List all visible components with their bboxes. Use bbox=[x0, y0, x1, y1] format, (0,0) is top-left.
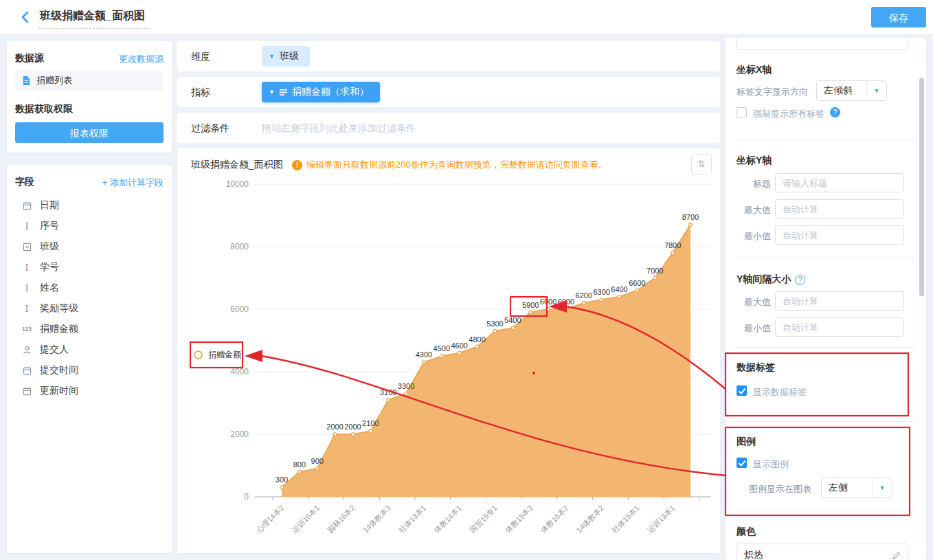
field-item[interactable]: 更新时间 bbox=[15, 381, 164, 401]
divider bbox=[737, 347, 917, 348]
field-label: 姓名 bbox=[40, 282, 59, 294]
y-title-input[interactable] bbox=[775, 173, 904, 192]
svg-text:0: 0 bbox=[244, 492, 249, 502]
field-label: 捐赠金额 bbox=[40, 323, 78, 335]
svg-text:社体15本1: 社体15本1 bbox=[610, 504, 641, 535]
color-scheme-select[interactable]: 炽热 bbox=[737, 544, 908, 560]
show-data-labels-label: 显示数据标签 bbox=[753, 386, 807, 399]
legend-position-label: 图例显示在图表 bbox=[749, 483, 811, 495]
svg-text:10000: 10000 bbox=[226, 179, 249, 189]
area-chart: 0200040006000800010000心理14本2运训16本1园林16本2… bbox=[177, 148, 720, 553]
svg-text:运训13本1: 运训13本1 bbox=[646, 504, 677, 535]
show-data-labels-checkbox[interactable] bbox=[737, 385, 747, 396]
number-icon: 123 bbox=[21, 326, 33, 333]
svg-text:800: 800 bbox=[293, 460, 306, 469]
dimension-label: 维度 bbox=[191, 41, 210, 71]
clipped-input[interactable] bbox=[737, 38, 908, 50]
document-icon bbox=[22, 76, 31, 86]
back-button[interactable] bbox=[18, 9, 34, 25]
calendar-icon bbox=[21, 201, 33, 210]
calendar-icon bbox=[21, 366, 33, 375]
svg-text:社体13本1: 社体13本1 bbox=[397, 504, 428, 535]
dimension-row: 维度 ▼ 班级 bbox=[177, 41, 720, 71]
datasource-title: 数据源 bbox=[15, 52, 44, 65]
report-permission-button[interactable]: 报表权限 bbox=[15, 122, 164, 143]
show-legend-label: 显示图例 bbox=[753, 458, 789, 471]
y-axis-section-title: 坐标Y轴 bbox=[737, 155, 772, 167]
y-min-label: 最小值 bbox=[737, 230, 771, 243]
show-legend-checkbox[interactable] bbox=[737, 458, 747, 468]
y-interval-section-title: Y轴间隔大小 ? bbox=[737, 273, 805, 286]
filter-row[interactable]: 过滤条件 拖动左侧字段到此处来添加过滤条件 bbox=[177, 113, 720, 143]
add-calc-field-link[interactable]: + 添加计算字段 bbox=[102, 177, 164, 189]
legend-position-select[interactable]: 左侧 ▼ bbox=[821, 478, 892, 498]
svg-text:6600: 6600 bbox=[629, 279, 645, 287]
field-item[interactable]: I奖励等级 bbox=[15, 298, 164, 319]
field-item[interactable]: 日期 bbox=[15, 195, 164, 216]
chart-card: 班级捐赠金额_面积图 ! 编辑界面只取数据源前200条作为查询数据预览，完整数据… bbox=[177, 148, 720, 553]
color-scheme-value: 炽热 bbox=[737, 549, 892, 560]
field-item[interactable]: 123捐赠金额 bbox=[15, 319, 164, 339]
svg-text:8000: 8000 bbox=[230, 242, 249, 251]
scrollbar-thumb[interactable] bbox=[919, 78, 924, 296]
datasource-panel: 数据源 更改数据源 捐赠列表 数据获取权限 报表权限 bbox=[7, 41, 172, 153]
force-all-labels-checkbox[interactable] bbox=[737, 107, 747, 117]
y-min-input[interactable] bbox=[775, 225, 904, 245]
permission-title: 数据获取权限 bbox=[15, 103, 73, 115]
svg-text:2000: 2000 bbox=[230, 429, 249, 439]
field-label: 日期 bbox=[40, 199, 59, 212]
svg-text:体教15本3: 体教15本3 bbox=[503, 504, 535, 535]
caret-down-icon: ▼ bbox=[866, 81, 886, 100]
svg-text:3300: 3300 bbox=[398, 382, 414, 390]
dimension-tag[interactable]: ▼ 班级 bbox=[262, 46, 310, 67]
dimension-tag-label: 班级 bbox=[280, 50, 299, 63]
svg-text:4600: 4600 bbox=[451, 341, 467, 350]
text-icon: I bbox=[21, 262, 33, 273]
svg-text:国贸15专1: 国贸15专1 bbox=[468, 504, 499, 535]
svg-text:6000: 6000 bbox=[558, 298, 574, 306]
y-title-label: 标题 bbox=[737, 178, 771, 190]
interval-max-input[interactable] bbox=[775, 291, 904, 311]
label-direction-label: 标签文字显示方向 bbox=[737, 86, 808, 98]
page-title[interactable]: 班级捐赠金额_面积图 bbox=[38, 9, 149, 29]
field-label: 提交人 bbox=[40, 344, 69, 356]
svg-text:体教16本2: 体教16本2 bbox=[539, 504, 570, 535]
select-icon bbox=[21, 243, 33, 251]
svg-text:14体教本3: 14体教本3 bbox=[361, 504, 392, 535]
svg-text:5900: 5900 bbox=[522, 301, 539, 309]
datasource-item[interactable]: 捐赠列表 bbox=[15, 70, 164, 91]
field-item[interactable]: 班级 bbox=[15, 236, 164, 257]
fields-title: 字段 bbox=[15, 176, 34, 188]
help-icon[interactable]: ? bbox=[830, 107, 840, 117]
metric-tag[interactable]: ▼ 捐赠金额（求和） bbox=[262, 82, 380, 102]
svg-text:2000: 2000 bbox=[326, 423, 343, 431]
help-icon[interactable]: ? bbox=[795, 275, 805, 285]
svg-text:14体教本2: 14体教本2 bbox=[574, 504, 605, 535]
field-item[interactable]: I姓名 bbox=[15, 278, 164, 298]
svg-text:4300: 4300 bbox=[416, 350, 432, 359]
svg-text:运训16本1: 运训16本1 bbox=[290, 504, 321, 535]
field-label: 序号 bbox=[40, 220, 59, 232]
svg-text:300: 300 bbox=[276, 475, 288, 484]
metric-label: 指标 bbox=[191, 77, 210, 107]
y-max-input[interactable] bbox=[775, 199, 904, 219]
svg-text:4000: 4000 bbox=[230, 367, 249, 377]
label-direction-select[interactable]: 左倾斜 ▼ bbox=[816, 80, 887, 101]
field-item[interactable]: I序号 bbox=[15, 216, 164, 236]
fields-panel: 字段 + 添加计算字段 日期I序号班级I学号I姓名I奖励等级123捐赠金额提交人… bbox=[7, 165, 172, 553]
interval-min-input[interactable] bbox=[775, 317, 904, 337]
field-label: 班级 bbox=[40, 240, 59, 253]
filter-label: 过滤条件 bbox=[191, 113, 229, 143]
data-label-section-title: 数据标签 bbox=[737, 361, 775, 374]
app-window: 班级捐赠金额_面积图 保存 数据源 更改数据源 捐赠列表 数据获取权限 报表权限… bbox=[0, 0, 933, 560]
svg-text:3100: 3100 bbox=[380, 388, 396, 396]
field-label: 提交时间 bbox=[40, 364, 78, 377]
filter-placeholder: 拖动左侧字段到此处来添加过滤条件 bbox=[262, 113, 416, 143]
svg-text:6400: 6400 bbox=[611, 285, 627, 293]
field-item[interactable]: I学号 bbox=[15, 257, 164, 278]
field-item[interactable]: 提交时间 bbox=[15, 360, 164, 381]
save-button[interactable]: 保存 bbox=[871, 7, 926, 27]
y-max-label: 最大值 bbox=[737, 204, 771, 216]
change-datasource-link[interactable]: 更改数据源 bbox=[119, 53, 164, 65]
field-item[interactable]: 提交人 bbox=[15, 339, 164, 360]
